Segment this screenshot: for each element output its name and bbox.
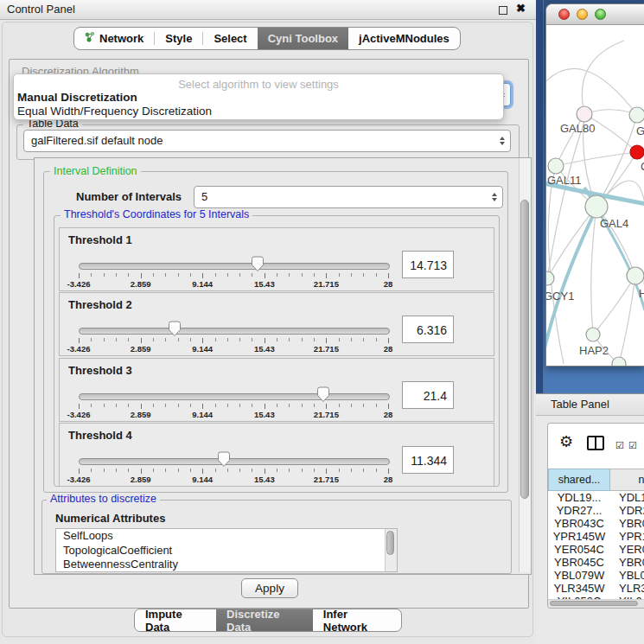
column-header-shared[interactable]: shared... bbox=[548, 469, 610, 491]
network-node[interactable] bbox=[612, 357, 626, 366]
table-row[interactable]: YDR27...YDR2 bbox=[548, 504, 644, 517]
split-columns-icon[interactable] bbox=[587, 436, 604, 450]
cell-shared-name[interactable]: YDR27... bbox=[548, 504, 610, 517]
cell-name[interactable]: YER0 bbox=[610, 543, 644, 556]
minimize-traffic-light-icon[interactable] bbox=[577, 9, 588, 20]
cell-name[interactable]: YBR0 bbox=[610, 556, 644, 569]
network-edge[interactable] bbox=[591, 207, 596, 335]
apply-button[interactable]: Apply bbox=[241, 578, 298, 598]
table-scrollbar-thumb[interactable] bbox=[550, 601, 638, 606]
network-node-h[interactable] bbox=[627, 267, 644, 284]
threshold-slider[interactable]: -3.4262.8599.14415.4321.71528 bbox=[79, 359, 388, 421]
slider-track[interactable] bbox=[79, 263, 390, 270]
zoom-traffic-light-icon[interactable] bbox=[595, 9, 606, 20]
close-traffic-light-icon[interactable] bbox=[558, 9, 570, 20]
tab-style[interactable]: Style bbox=[155, 28, 202, 49]
cell-shared-name[interactable]: YPR145W bbox=[548, 530, 610, 543]
network-window-titlebar[interactable] bbox=[546, 4, 644, 25]
cell-shared-name[interactable]: YDL19... bbox=[548, 491, 610, 504]
option-equal-width-frequency[interactable]: Equal Width/Frequency Discretization bbox=[17, 105, 212, 118]
checkbox-icon[interactable]: ☑ bbox=[615, 440, 624, 451]
attributes-scrollbar-thumb[interactable] bbox=[386, 531, 394, 555]
table-row[interactable]: YBR045CYBR0 bbox=[548, 556, 644, 569]
slider-thumb[interactable] bbox=[316, 386, 330, 403]
threshold-value-field[interactable]: 14.713 bbox=[402, 251, 454, 278]
table-row[interactable]: YLR345WYLR3 bbox=[548, 582, 644, 595]
cell-shared-name[interactable]: YER054C bbox=[548, 543, 610, 556]
tab-discretize-data[interactable]: Discretize Data bbox=[216, 609, 313, 631]
threshold-slider[interactable]: -3.4262.8599.14415.4321.71528 bbox=[79, 228, 388, 290]
table-horizontal-scrollbar[interactable] bbox=[548, 599, 644, 608]
cell-name[interactable]: YDL1 bbox=[610, 491, 644, 504]
number-of-intervals-combobox[interactable]: 5 bbox=[194, 186, 503, 208]
float-window-icon[interactable] bbox=[499, 6, 507, 15]
network-canvas[interactable]: GAL80GACGAL11GAL4HGCY1HAP2 bbox=[546, 25, 644, 366]
slider-thumb[interactable] bbox=[168, 321, 182, 337]
cell-name[interactable]: YBL0 bbox=[610, 569, 644, 582]
cell-name[interactable]: YDR2 bbox=[610, 504, 644, 517]
cell-name[interactable]: YBR0 bbox=[610, 517, 644, 530]
tab-network[interactable]: Network bbox=[74, 28, 154, 49]
tab-jactivemnodules[interactable]: jActiveMNodules bbox=[348, 28, 460, 49]
network-edge[interactable] bbox=[546, 68, 637, 115]
attribute-item-betweennesscentrality[interactable]: BetweennessCentrality bbox=[56, 558, 397, 572]
cell-name[interactable]: YLR3 bbox=[610, 582, 644, 595]
table-row[interactable]: YER054CYER0 bbox=[548, 543, 644, 556]
gear-icon[interactable]: ⚙ bbox=[559, 432, 573, 451]
network-node-gal80[interactable] bbox=[577, 106, 592, 122]
attributes-scrollbar[interactable] bbox=[385, 529, 397, 571]
network-edge[interactable] bbox=[582, 41, 624, 114]
network-window[interactable]: GAL80GACGAL11GAL4HGCY1HAP2 bbox=[545, 3, 644, 367]
checkbox-icon[interactable]: ☑ bbox=[628, 440, 637, 451]
tab-select[interactable]: Select bbox=[203, 28, 257, 49]
cell-shared-name[interactable]: YBR043C bbox=[548, 517, 610, 530]
cell-shared-name[interactable]: YLR345W bbox=[548, 582, 610, 595]
threshold-value-field[interactable]: 6.316 bbox=[402, 316, 454, 343]
attribute-item-selfloops[interactable]: SelfLoops bbox=[56, 529, 397, 544]
table-data-combobox[interactable]: galFiltered.sif default node bbox=[23, 130, 511, 152]
cell-name[interactable]: YPR1 bbox=[610, 530, 644, 543]
network-node-gal4[interactable] bbox=[585, 195, 608, 218]
slider-tick bbox=[265, 273, 265, 278]
network-node-c[interactable] bbox=[630, 145, 644, 159]
threshold-value-field[interactable]: 21.4 bbox=[402, 381, 454, 409]
table-row[interactable]: YBL079WYBL0 bbox=[548, 569, 644, 582]
network-node-ga[interactable] bbox=[629, 107, 644, 123]
slider-tick bbox=[128, 338, 129, 341]
option-manual-discretization[interactable]: Manual Discretization bbox=[17, 91, 137, 104]
threshold-slider[interactable]: -3.4262.8599.14415.4321.71528 bbox=[79, 293, 388, 355]
network-edge[interactable] bbox=[556, 152, 637, 166]
slider-track[interactable] bbox=[79, 328, 390, 335]
cell-shared-name[interactable]: YBL079W bbox=[548, 569, 610, 582]
cell-shared-name[interactable]: YBR045C bbox=[548, 556, 610, 569]
network-node-gcy1[interactable] bbox=[546, 271, 554, 285]
threshold-slider[interactable]: -3.4262.8599.14415.4321.71528 bbox=[79, 424, 388, 486]
attribute-item-topologicalcoefficient[interactable]: TopologicalCoefficient bbox=[56, 544, 397, 558]
network-edge[interactable] bbox=[547, 122, 584, 278]
column-header-name[interactable]: na bbox=[610, 469, 644, 491]
settings-scrollbar[interactable] bbox=[519, 158, 531, 572]
slider-track[interactable] bbox=[79, 458, 390, 465]
settings-scrollbar-thumb[interactable] bbox=[520, 200, 529, 499]
table-row[interactable]: YBR043CYBR0 bbox=[548, 517, 644, 530]
slider-thumb[interactable] bbox=[251, 256, 265, 272]
slider-tick bbox=[252, 469, 252, 472]
network-node-hap2[interactable] bbox=[586, 328, 600, 341]
threshold-value-field[interactable]: 11.344 bbox=[402, 446, 454, 474]
slider-track[interactable] bbox=[79, 393, 390, 400]
tab-impute-data[interactable]: Impute Data bbox=[135, 609, 216, 631]
table-row[interactable]: YDL19...YDL1 bbox=[548, 491, 644, 504]
network-node-gal11[interactable] bbox=[548, 158, 564, 174]
numerical-attributes-list[interactable]: SelfLoopsTopologicalCoefficientBetweenne… bbox=[55, 528, 398, 572]
network-edge[interactable] bbox=[593, 276, 635, 335]
close-icon[interactable]: ✖ bbox=[516, 2, 526, 15]
slider-tick bbox=[326, 338, 327, 343]
network-edge[interactable] bbox=[548, 166, 564, 364]
tab-infer-network[interactable]: Infer Network bbox=[313, 609, 401, 631]
tab-cyni-toolbox[interactable]: Cyni Toolbox bbox=[258, 28, 348, 49]
table-row[interactable]: YPR145WYPR1 bbox=[548, 530, 644, 543]
slider-thumb[interactable] bbox=[217, 451, 231, 468]
combo-spinner-icon bbox=[492, 193, 497, 201]
slider-tick bbox=[215, 338, 216, 341]
slider-tick bbox=[215, 469, 216, 472]
